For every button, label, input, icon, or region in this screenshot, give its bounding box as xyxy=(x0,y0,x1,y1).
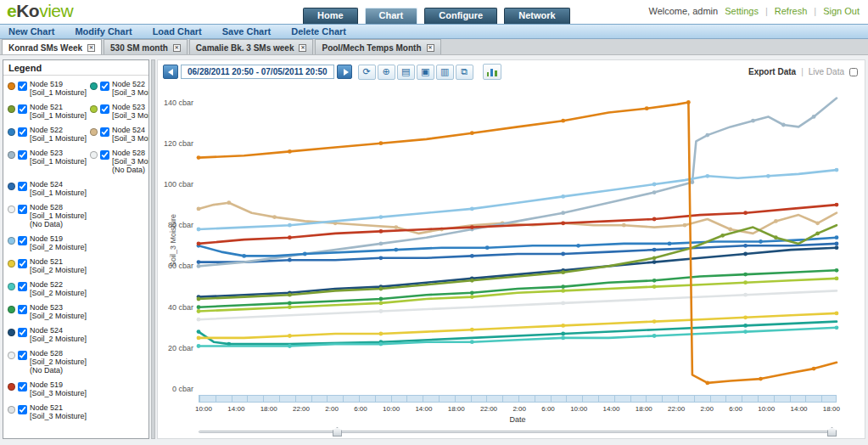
chart-options-button[interactable] xyxy=(483,64,501,80)
series-color-dot xyxy=(90,128,98,136)
chart-tab-pool[interactable]: Pool/Mech Temps Month xyxy=(315,39,440,54)
tab-configure[interactable]: Configure xyxy=(424,8,497,24)
legend-item: Node 528[Soil_1 Moisture](No Data) xyxy=(6,200,149,232)
legend-item: Node 521[Soil_1 Moisture] xyxy=(6,100,87,123)
legend-item-checkbox[interactable] xyxy=(18,236,27,245)
legend-item-label: Node 523[Soil_1 Moisture] xyxy=(30,149,87,166)
bar-chart-icon xyxy=(495,70,497,76)
legend-item-checkbox[interactable] xyxy=(100,127,109,137)
svg-text:140 cbar: 140 cbar xyxy=(164,99,193,107)
close-tab-icon[interactable] xyxy=(427,44,434,52)
link-separator: | xyxy=(814,6,816,16)
legend-item-checkbox[interactable] xyxy=(18,282,27,291)
series-color-dot xyxy=(8,206,15,213)
legend-item-checkbox[interactable] xyxy=(18,82,27,91)
export-image-icon[interactable]: ▥ xyxy=(436,65,454,80)
chart-toolbar: 06/28/2011 20:50 - 07/05/2011 20:50 ⟳⊕▤▣… xyxy=(163,64,501,80)
modify-chart-link[interactable]: Modify Chart xyxy=(75,26,132,37)
legend-item-checkbox[interactable] xyxy=(100,82,109,91)
legend-item: Node 522[Soil_2 Moisture] xyxy=(6,278,149,301)
divider: | xyxy=(801,67,804,76)
snapshot-icon[interactable]: ▣ xyxy=(417,65,434,80)
print-icon[interactable]: ▤ xyxy=(397,65,415,80)
legend-item: Node 528[Soil_2 Moisture](No Data) xyxy=(6,346,149,378)
legend-panel: Legend Node 519[Soil_1 Moisture]Node 522… xyxy=(3,59,149,439)
chart-icon-group: ⟳⊕▤▣▥⧉ xyxy=(358,65,473,80)
series-color-dot xyxy=(8,105,15,113)
close-tab-icon[interactable] xyxy=(87,44,95,52)
svg-text:0 cbar: 0 cbar xyxy=(172,385,193,393)
signout-link[interactable]: Sign Out xyxy=(823,6,860,16)
legend-item-label: Node 524[Soil_1 Moisture] xyxy=(30,180,87,197)
series-color-dot xyxy=(8,383,15,391)
prev-icon xyxy=(168,69,173,76)
legend-item: Node 523[Soil_2 Moisture] xyxy=(6,301,149,324)
x-tick-label: 6:00 xyxy=(354,405,367,413)
eko-logo: eKoview xyxy=(7,1,73,21)
prev-period-button[interactable] xyxy=(163,65,178,79)
legend-item-checkbox[interactable] xyxy=(18,205,27,214)
x-tick-label: 2:00 xyxy=(325,405,339,413)
tab-network[interactable]: Network xyxy=(504,8,569,24)
legend-item-checkbox[interactable] xyxy=(18,305,27,314)
load-chart-link[interactable]: Load Chart xyxy=(153,26,202,37)
legend-item-label: Node 528[Soil_2 Moisture](No Data) xyxy=(30,349,87,375)
legend-item: Node 523[Soil_3 Moisture] xyxy=(88,100,149,123)
zoom-reset-icon[interactable]: ⊕ xyxy=(378,65,395,80)
legend-item-checkbox[interactable] xyxy=(18,351,27,360)
legend-item-checkbox[interactable] xyxy=(18,259,27,268)
delete-chart-link[interactable]: Delete Chart xyxy=(291,26,346,37)
legend-item: Node 519[Soil_3 Moisture] xyxy=(6,378,149,401)
close-tab-icon[interactable] xyxy=(299,44,306,52)
main-nav-tabs: Home Chart Configure Network xyxy=(303,8,570,24)
series-color-dot xyxy=(90,151,98,159)
panel-splitter[interactable] xyxy=(151,59,155,439)
series-color-dot xyxy=(8,82,15,90)
legend-item-checkbox[interactable] xyxy=(18,104,27,114)
chart-tab-530[interactable]: 530 SM month xyxy=(104,39,188,54)
live-data-checkbox[interactable] xyxy=(849,68,858,76)
legend-item-label: Node 519[Soil_2 Moisture] xyxy=(30,234,87,251)
export-data-link[interactable]: Export Data xyxy=(748,67,796,76)
legend-item-checkbox[interactable] xyxy=(100,104,109,114)
legend-item-checkbox[interactable] xyxy=(18,328,27,337)
legend-item-checkbox[interactable] xyxy=(18,382,27,391)
legend-item-checkbox[interactable] xyxy=(100,150,109,160)
close-tab-icon[interactable] xyxy=(173,44,181,52)
chart-tab-konrad[interactable]: Konrad SMs Week xyxy=(2,39,102,54)
tab-home[interactable]: Home xyxy=(303,8,358,24)
save-chart-link[interactable]: Save Chart xyxy=(222,26,271,37)
new-chart-link[interactable]: New Chart xyxy=(8,26,54,37)
x-tick-label: 6:00 xyxy=(729,405,742,413)
legend-item-label: Node 521[Soil_3 Moisture] xyxy=(30,403,87,420)
slider-handle-right[interactable] xyxy=(827,427,837,437)
legend-item-checkbox[interactable] xyxy=(18,150,27,160)
legend-item-label: Node 524[Soil_3 Moisture] xyxy=(112,126,149,143)
chart-plot[interactable]: 0 cbar20 cbar40 cbar60 cbar80 cbar100 cb… xyxy=(158,60,866,440)
legend-item-checkbox[interactable] xyxy=(18,182,27,191)
slider-handle-left[interactable] xyxy=(333,427,342,437)
x-tick-label: 18:00 xyxy=(636,405,652,413)
legend-item-checkbox[interactable] xyxy=(18,405,27,414)
chart-tab-camalie[interactable]: Camalie Bk. 3 SMs week xyxy=(189,39,314,54)
slider-track[interactable] xyxy=(199,431,837,433)
time-range-slider xyxy=(199,426,837,437)
copy-icon[interactable]: ⧉ xyxy=(456,65,473,80)
legend-item-label: Node 528[Soil_1 Moisture](No Data) xyxy=(30,203,87,228)
series-color-dot xyxy=(8,237,15,245)
legend-item-label: Node 523[Soil_2 Moisture] xyxy=(30,303,87,320)
refresh-icon[interactable]: ⟳ xyxy=(358,65,376,80)
next-period-button[interactable] xyxy=(337,65,352,79)
x-tick-label: 14:00 xyxy=(415,405,432,413)
legend-item-checkbox[interactable] xyxy=(18,127,27,137)
refresh-link[interactable]: Refresh xyxy=(775,6,808,16)
legend-item: Node 519[Soil_2 Moisture] xyxy=(6,232,149,255)
export-row: Export Data | Live Data xyxy=(748,67,858,76)
tab-chart[interactable]: Chart xyxy=(365,8,418,24)
legend-item-label: Node 522[Soil_1 Moisture] xyxy=(30,126,87,143)
settings-link[interactable]: Settings xyxy=(725,6,759,16)
logo-ko: Ko xyxy=(16,1,39,20)
date-range-label: 06/28/2011 20:50 - 07/05/2011 20:50 xyxy=(181,65,334,79)
legend-item: Node 521[Soil_3 Moisture] xyxy=(6,401,149,424)
x-tick-label: 18:00 xyxy=(448,405,465,413)
